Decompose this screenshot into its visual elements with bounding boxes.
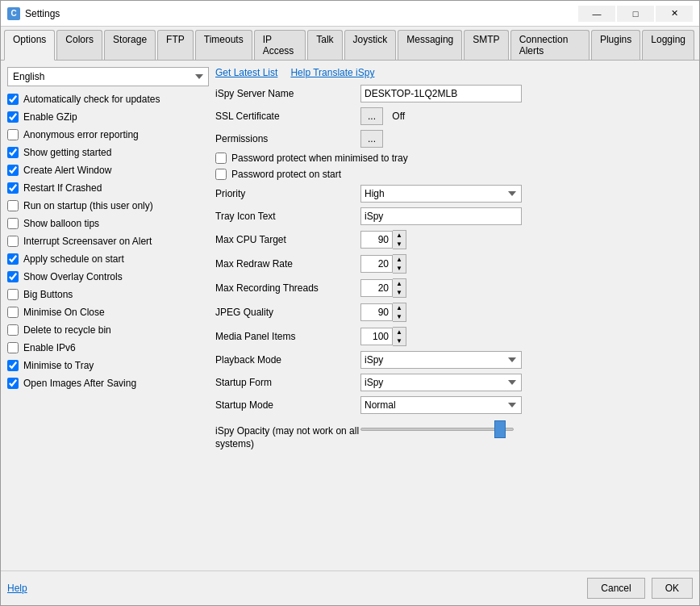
ssl-cert-label: SSL Certificate [215,111,360,122]
tab-connection-alerts[interactable]: Connection Alerts [510,30,590,60]
help-translate-link[interactable]: Help Translate iSpy [290,67,374,78]
max-redraw-label: Max Redraw Rate [215,258,360,270]
enable-ipv6-checkbox[interactable] [7,342,19,353]
cb-big-buttons: Big Buttons [7,286,209,303]
media-panel-down-btn[interactable]: ▼ [393,336,406,345]
show-getting-started-checkbox[interactable] [7,147,19,158]
startup-form-label: Startup Form [215,377,360,388]
startup-mode-select[interactable]: Normal Minimised [360,396,522,414]
tab-ip-access[interactable]: IP Access [254,30,306,60]
create-alert-label: Create Alert Window [23,165,111,176]
max-recording-down-btn[interactable]: ▼ [393,288,406,297]
max-cpu-up-btn[interactable]: ▲ [393,231,406,240]
get-latest-link[interactable]: Get Latest List [215,67,277,78]
open-images-checkbox[interactable] [7,378,19,389]
max-redraw-input[interactable] [360,255,393,273]
media-panel-up-btn[interactable]: ▲ [393,328,406,336]
password-start-checkbox[interactable] [215,169,227,180]
overlay-controls-label: Show Overlay Controls [23,271,123,282]
cb-minimise-close: Minimise On Close [7,304,209,320]
priority-select[interactable]: Low Normal High Realtime [360,185,522,203]
enable-gzip-checkbox[interactable] [7,111,19,123]
cancel-button[interactable]: Cancel [587,578,644,599]
delete-recycle-checkbox[interactable] [7,324,19,336]
tab-logging[interactable]: Logging [642,30,694,60]
settings-window: C Settings — □ ✕ Options Colors Storage … [0,0,700,606]
opacity-slider[interactable] [360,428,514,431]
auto-check-updates-checkbox[interactable] [7,94,19,105]
tab-smtp[interactable]: SMTP [464,30,508,60]
tab-colors[interactable]: Colors [56,30,102,60]
balloon-tips-label: Show balloon tips [23,218,99,229]
anon-error-checkbox[interactable] [7,129,19,140]
tab-ftp[interactable]: FTP [157,30,194,60]
window-title: Settings [25,8,60,19]
interrupt-screensaver-checkbox[interactable] [7,236,19,247]
media-panel-row: Media Panel Items ▲ ▼ [215,327,693,346]
priority-label: Priority [215,188,360,199]
startup-mode-label: Startup Mode [215,399,360,411]
max-recording-input[interactable] [360,279,393,297]
max-redraw-spinner-btns: ▲ ▼ [393,254,406,274]
media-panel-input[interactable] [360,328,393,345]
password-minimised-checkbox[interactable] [215,153,227,164]
main-area: English Automatically check for updates … [7,67,693,564]
playback-mode-control: iSpy VLC [360,351,693,369]
restart-crashed-label: Restart If Crashed [23,182,102,194]
minimise-close-checkbox[interactable] [7,307,19,318]
minimise-tray-checkbox[interactable] [7,360,19,371]
jpeg-quality-input[interactable] [360,303,393,321]
anon-error-label: Anonymous error reporting [23,129,139,140]
tab-options[interactable]: Options [4,30,55,61]
jpeg-quality-up-btn[interactable]: ▲ [393,303,406,312]
restart-crashed-checkbox[interactable] [7,182,19,194]
startup-form-select[interactable]: iSpy [360,374,522,391]
tab-messaging[interactable]: Messaging [398,30,462,60]
run-startup-checkbox[interactable] [7,200,19,211]
max-redraw-row: Max Redraw Rate ▲ ▼ [215,254,693,274]
startup-form-row: Startup Form iSpy [215,374,693,391]
ssl-cert-row: SSL Certificate ... Off [215,107,693,125]
max-recording-spinner-btns: ▲ ▼ [393,278,406,298]
max-redraw-up-btn[interactable]: ▲ [393,255,406,264]
tray-icon-label: Tray Icon Text [215,211,360,222]
tray-icon-input[interactable] [360,207,522,225]
right-panel: Get Latest List Help Translate iSpy iSpy… [215,67,693,564]
language-select[interactable]: English [7,67,209,86]
overlay-controls-checkbox[interactable] [7,271,19,282]
maximize-button[interactable]: □ [617,6,654,22]
jpeg-quality-down-btn[interactable]: ▼ [393,312,406,321]
big-buttons-checkbox[interactable] [7,289,19,300]
top-links: Get Latest List Help Translate iSpy [215,67,693,78]
balloon-tips-checkbox[interactable] [7,218,19,229]
ssl-cert-button[interactable]: ... [360,107,383,125]
max-recording-up-btn[interactable]: ▲ [393,279,406,288]
cb-enable-gzip: Enable GZip [7,109,209,125]
permissions-button[interactable]: ... [360,130,383,148]
tab-timeouts[interactable]: Timeouts [195,30,252,60]
minimise-close-label: Minimise On Close [23,307,105,318]
minimize-button[interactable]: — [578,6,615,22]
tab-storage[interactable]: Storage [104,30,156,60]
max-cpu-input[interactable] [360,231,393,249]
create-alert-checkbox[interactable] [7,165,19,176]
left-panel: English Automatically check for updates … [7,67,209,564]
tab-plugins[interactable]: Plugins [591,30,640,60]
permissions-control: ... [360,130,693,148]
max-cpu-down-btn[interactable]: ▼ [393,240,406,249]
ok-button[interactable]: OK [652,578,693,599]
max-redraw-down-btn[interactable]: ▼ [393,264,406,273]
tab-joystick[interactable]: Joystick [344,30,397,60]
playback-mode-select[interactable]: iSpy VLC [360,351,522,369]
app-icon: C [7,7,20,20]
show-getting-started-label: Show getting started [23,147,111,158]
server-name-input[interactable] [360,85,522,102]
tab-talk[interactable]: Talk [307,30,342,60]
help-link[interactable]: Help [7,583,27,594]
cb-enable-ipv6: Enable IPv6 [7,340,209,356]
apply-schedule-checkbox[interactable] [7,253,19,265]
title-buttons: — □ ✕ [578,6,693,22]
close-button[interactable]: ✕ [656,6,693,22]
server-name-row: iSpy Server Name [215,85,693,102]
startup-mode-control: Normal Minimised [360,396,693,414]
